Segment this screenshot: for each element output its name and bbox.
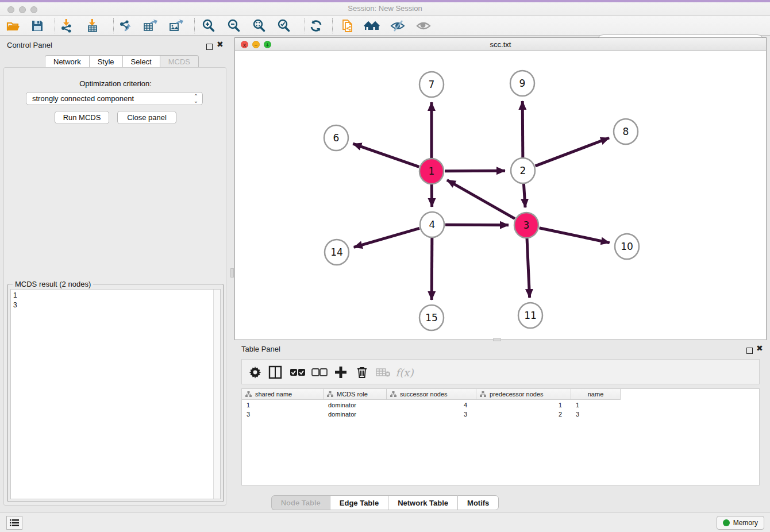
- graph-node-8[interactable]: 8: [614, 119, 638, 144]
- task-history-button[interactable]: [6, 516, 22, 530]
- graph-edge-2-3[interactable]: [523, 184, 525, 207]
- table-panel-close-icon[interactable]: ✖: [756, 345, 763, 352]
- duplicate-network-icon[interactable]: [339, 17, 356, 34]
- import-table-icon[interactable]: [84, 17, 101, 34]
- add-column-plus-icon[interactable]: [332, 364, 349, 381]
- control-tab-select[interactable]: Select: [122, 55, 160, 68]
- toolbar-separator: [332, 18, 333, 33]
- graph-node-15[interactable]: 15: [419, 305, 444, 330]
- zoom-in-icon[interactable]: [200, 17, 217, 34]
- deselect-all-columns-icon[interactable]: [311, 364, 328, 381]
- first-neighbors-icon[interactable]: [364, 17, 381, 34]
- mcds-result-text[interactable]: 1 3: [10, 289, 221, 499]
- hide-selected-eye-icon[interactable]: [389, 17, 406, 34]
- graph-edge-3-10[interactable]: [540, 228, 610, 243]
- graph-edge-4-15[interactable]: [432, 238, 432, 300]
- graph-edge-1-2[interactable]: [445, 171, 505, 171]
- graph-node-9[interactable]: 9: [510, 71, 534, 96]
- toolbar-separator: [194, 18, 195, 33]
- memory-button[interactable]: Memory: [717, 516, 764, 530]
- column-header-MCDS-role[interactable]: MCDS role: [324, 389, 387, 400]
- cell-MCDS-role[interactable]: dominator: [324, 410, 387, 419]
- graph-edge-2-9[interactable]: [522, 101, 523, 157]
- network-window-titlebar[interactable]: x − + scc.txt: [235, 38, 766, 51]
- graph-node-11[interactable]: 11: [518, 303, 542, 328]
- tab-network-table[interactable]: Network Table: [388, 495, 457, 510]
- tab-edge-table[interactable]: Edge Table: [330, 495, 388, 510]
- column-header-name[interactable]: name: [571, 389, 621, 400]
- table-settings-gear-icon[interactable]: [247, 364, 264, 381]
- graph-edge-4-14[interactable]: [354, 228, 419, 247]
- network-window-resize-grip[interactable]: [493, 338, 501, 341]
- column-header-successor-nodes[interactable]: successor nodes: [387, 389, 476, 400]
- cell-name[interactable]: 1: [571, 400, 621, 410]
- column-header-shared-name[interactable]: shared name: [242, 389, 324, 400]
- graph-node-10[interactable]: 10: [615, 234, 639, 259]
- save-session-icon[interactable]: [29, 17, 46, 34]
- export-image-icon[interactable]: [167, 17, 184, 34]
- delete-table-icon[interactable]: [375, 364, 392, 381]
- zoom-out-icon[interactable]: [225, 17, 242, 34]
- export-table-icon[interactable]: [141, 17, 159, 34]
- control-tab-network[interactable]: Network: [45, 55, 89, 68]
- graph-edge-1-6[interactable]: [353, 144, 419, 167]
- delete-column-trash-icon[interactable]: [353, 364, 371, 381]
- graph-node-1[interactable]: 1: [419, 159, 444, 184]
- graph-edge-2-8[interactable]: [536, 138, 610, 166]
- window-title: Session: New Session: [0, 4, 770, 13]
- graph-node-14[interactable]: 14: [325, 240, 349, 265]
- mcds-result-group: MCDS result (2 nodes) 1 3: [7, 284, 224, 502]
- titlebar: Session: New Session: [0, 0, 770, 16]
- run-mcds-button[interactable]: Run MCDS: [55, 111, 109, 124]
- dropdown-stepper-icon: ⌃⌄: [192, 94, 202, 103]
- close-panel-button[interactable]: Close panel: [117, 111, 176, 124]
- refresh-icon[interactable]: [307, 17, 325, 34]
- tab-node-table[interactable]: Node Table: [271, 495, 330, 510]
- tab-motifs[interactable]: Motifs: [457, 495, 499, 510]
- network-canvas[interactable]: 1234678910111415: [235, 51, 766, 340]
- column-header-predecessor-nodes[interactable]: predecessor nodes: [476, 389, 571, 400]
- graph-node-7[interactable]: 7: [419, 72, 444, 97]
- graph-edge-3-11[interactable]: [527, 238, 530, 298]
- cell-name[interactable]: 3: [571, 410, 621, 419]
- table-row[interactable]: 1dominator411: [242, 400, 621, 410]
- control-tab-style[interactable]: Style: [89, 55, 122, 68]
- criterion-dropdown[interactable]: strongly connected component ⌃⌄: [26, 92, 203, 105]
- network-view-window: x − + scc.txt 1234678910111415: [234, 37, 767, 340]
- cell-predecessor-nodes[interactable]: 2: [476, 410, 571, 419]
- panel-splitter[interactable]: [230, 36, 234, 512]
- export-network-icon[interactable]: [117, 17, 134, 34]
- graph-node-4[interactable]: 4: [420, 212, 444, 237]
- control-tab-mcds[interactable]: MCDS: [160, 55, 199, 68]
- graph-edge-4-3[interactable]: [445, 225, 509, 225]
- graph-node-6[interactable]: 6: [324, 125, 348, 151]
- cell-shared-name[interactable]: 3: [242, 410, 324, 419]
- zoom-selected-icon[interactable]: [275, 17, 292, 34]
- control-panel-close-icon[interactable]: ✖: [217, 41, 224, 48]
- svg-text:14: 14: [330, 246, 343, 258]
- cell-successor-nodes[interactable]: 3: [387, 410, 476, 419]
- optimization-criterion-label: Optimization criterion:: [4, 79, 227, 88]
- cell-predecessor-nodes[interactable]: 1: [476, 400, 571, 410]
- table-row[interactable]: 3dominator323: [242, 410, 621, 419]
- show-all-eye-icon[interactable]: [415, 17, 432, 34]
- function-builder-icon[interactable]: f(x): [396, 364, 413, 381]
- graph-edge-3-1[interactable]: [447, 180, 515, 218]
- graph-node-2[interactable]: 2: [511, 158, 535, 183]
- control-panel-float-icon[interactable]: [206, 42, 213, 52]
- cell-MCDS-role[interactable]: dominator: [324, 400, 387, 410]
- import-network-icon[interactable]: [58, 17, 75, 34]
- select-all-columns-icon[interactable]: [289, 364, 306, 381]
- column-view-icon[interactable]: [267, 364, 284, 381]
- table-panel-float-icon[interactable]: [746, 346, 753, 356]
- criterion-dropdown-value: strongly connected component: [26, 94, 192, 103]
- toolbar-separator: [55, 18, 55, 33]
- svg-text:4: 4: [429, 219, 436, 230]
- open-session-icon[interactable]: [5, 17, 22, 34]
- cell-shared-name[interactable]: 1: [242, 400, 324, 410]
- cell-successor-nodes[interactable]: 4: [387, 400, 476, 410]
- result-scrollbar[interactable]: [213, 290, 220, 499]
- table-toolbar: f(x): [241, 359, 760, 384]
- graph-node-3[interactable]: 3: [514, 213, 538, 238]
- zoom-fit-icon[interactable]: [251, 17, 268, 34]
